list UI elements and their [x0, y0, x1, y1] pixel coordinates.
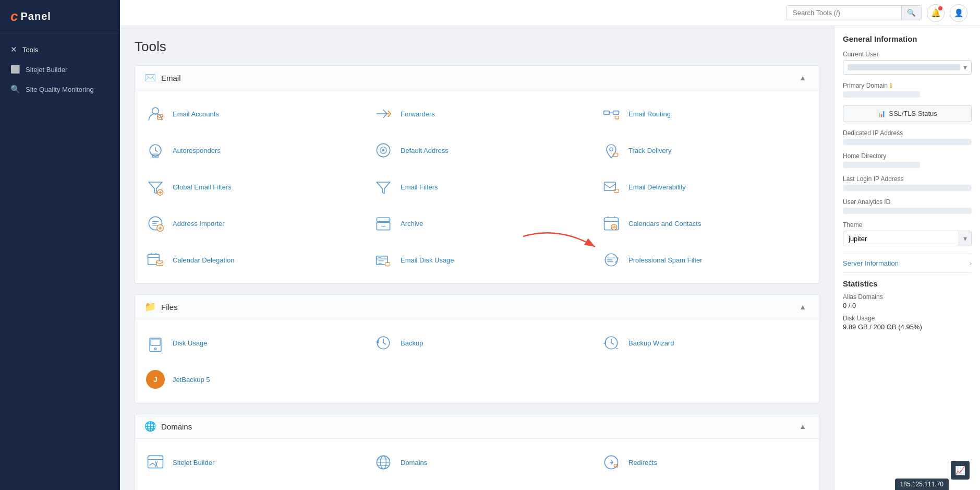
svg-point-9 [382, 149, 385, 152]
backup-icon [372, 332, 394, 354]
email-section: ✉️ Email ▲ [135, 65, 819, 284]
dynamic-dns-icon [372, 488, 394, 490]
analytics-id-value [843, 208, 972, 214]
files-collapse-button[interactable]: ▲ [796, 302, 809, 312]
tool-email-routing[interactable]: Email Routing [591, 95, 819, 132]
dedicated-ip-value [843, 139, 972, 145]
current-user-value [848, 64, 960, 70]
sidebar-item-tools[interactable]: ✕ Tools [0, 40, 120, 59]
disk-usage-stat: Disk Usage 9.89 GB / 200 GB (4.95%) [843, 315, 972, 331]
primary-domain-label: Primary Domain ℹ [843, 82, 972, 89]
sidebar-item-tools-label: Tools [22, 46, 38, 54]
jetbackup-label: JetBackup 5 [173, 376, 210, 384]
tool-calendar-delegation[interactable]: Calendar Delegation [135, 242, 363, 278]
tool-zone-editor[interactable]: Zone Editor [135, 481, 363, 490]
tool-dynamic-dns[interactable]: Dynamic DNS [363, 481, 591, 490]
notifications-button[interactable]: 🔔 [927, 4, 945, 22]
floating-analytics-button[interactable]: 📈 [951, 461, 970, 480]
primary-domain-value [843, 91, 920, 98]
home-dir-field: Home Directory [843, 152, 972, 168]
domains-icon [372, 451, 394, 473]
email-filters-icon [372, 176, 394, 198]
svg-rect-13 [604, 182, 616, 190]
sidebar-item-sitejet-label: Sitejet Builder [26, 66, 67, 74]
tool-email-filters[interactable]: Email Filters [363, 169, 591, 205]
tool-email-disk-usage[interactable]: Email Disk Usage [363, 242, 591, 278]
user-menu-button[interactable]: 👤 [950, 4, 967, 22]
domains-section-title: Domains [161, 422, 192, 431]
search-circle-icon: 🔍 [10, 85, 20, 94]
home-dir-value [843, 162, 920, 168]
email-disk-icon [372, 249, 394, 271]
user-dropdown-icon[interactable]: ▾ [963, 63, 967, 71]
tool-forwarders[interactable]: Forwarders [363, 95, 591, 132]
tool-backup-wizard[interactable]: Backup Wizard [591, 325, 819, 361]
tool-email-deliverability[interactable]: Email Deliverability [591, 169, 819, 205]
jetbackup-icon: J [144, 368, 166, 390]
sidebar-item-sitejet[interactable]: ⬜ Sitejet Builder [0, 59, 120, 79]
wrench-icon: ✕ [10, 45, 17, 54]
backup-wizard-icon [600, 332, 622, 354]
search-input[interactable] [787, 6, 901, 20]
theme-label: Theme [843, 221, 972, 229]
domains-section-icon: 🌐 [144, 421, 156, 432]
primary-domain-field: Primary Domain ℹ [843, 82, 972, 98]
topbar: 🔍 🔔 👤 [120, 0, 980, 26]
sitejet-icon [144, 451, 166, 473]
dedicated-ip-field: Dedicated IP Address [843, 129, 972, 145]
email-deliverability-icon [600, 176, 622, 198]
content: Tools ✉️ Email ▲ [120, 26, 834, 490]
spam-filter-label: Professional Spam Filter [628, 256, 703, 264]
tool-disk-usage[interactable]: Disk Usage [135, 325, 363, 361]
email-section-icon: ✉️ [144, 72, 156, 83]
svg-point-10 [610, 148, 613, 151]
tool-default-address[interactable]: Default Address [363, 132, 591, 169]
ssl-tls-button[interactable]: 📊 SSL/TLS Status [843, 105, 972, 122]
svg-rect-27 [150, 338, 161, 351]
server-info-row[interactable]: Server Information › [843, 254, 972, 272]
search-button[interactable]: 🔍 [901, 6, 921, 20]
email-section-title: Email [161, 74, 181, 82]
tool-calendars-contacts[interactable]: Calendars and Contacts [591, 205, 819, 242]
tool-domains[interactable]: Domains [363, 444, 591, 481]
tool-global-email-filters[interactable]: Global Email Filters [135, 169, 363, 205]
tool-address-importer[interactable]: Address Importer [135, 205, 363, 242]
sidebar-nav: ✕ Tools ⬜ Sitejet Builder 🔍 Site Quality… [0, 33, 120, 105]
dedicated-ip-label: Dedicated IP Address [843, 129, 972, 137]
email-section-header: ✉️ Email ▲ [135, 66, 819, 90]
domains-collapse-button[interactable]: ▲ [796, 421, 809, 432]
info-icon: ℹ [890, 82, 892, 89]
domains-section: 🌐 Domains ▲ [135, 414, 819, 490]
tool-redirects[interactable]: Redirects [591, 444, 819, 481]
svg-point-29 [154, 348, 156, 350]
autoresponders-icon [144, 139, 166, 161]
tool-email-accounts[interactable]: Email Accounts [135, 95, 363, 132]
alias-domains-value: 0 / 0 [843, 302, 972, 309]
tool-track-delivery[interactable]: Track Delivery [591, 132, 819, 169]
tool-autoresponders[interactable]: Autoresponders [135, 132, 363, 169]
sidebar-item-sqm-label: Site Quality Monitoring [26, 86, 94, 93]
sidebar-item-sqm[interactable]: 🔍 Site Quality Monitoring [0, 79, 120, 99]
track-delivery-label: Track Delivery [628, 147, 672, 154]
tool-jetbackup[interactable]: J JetBackup 5 [135, 361, 363, 398]
theme-select[interactable]: jupiter [843, 232, 959, 246]
disk-usage-icon [144, 332, 166, 354]
theme-field: Theme jupiter ▾ [843, 221, 972, 246]
address-importer-icon [144, 212, 166, 234]
email-accounts-label: Email Accounts [173, 110, 219, 118]
tool-archive[interactable]: Archive [363, 205, 591, 242]
email-routing-icon [600, 103, 622, 125]
chart-icon: 📈 [955, 465, 965, 475]
forwarders-label: Forwarders [401, 110, 435, 118]
current-user-field: Current User ▾ [843, 51, 972, 75]
tool-professional-spam[interactable]: Professional Spam Filter [591, 242, 819, 278]
email-collapse-button[interactable]: ▲ [796, 73, 809, 83]
calendars-icon [600, 212, 622, 234]
analytics-id-label: User Analytics ID [843, 198, 972, 206]
search-wrap: 🔍 [786, 5, 922, 20]
email-filters-label: Email Filters [401, 183, 438, 191]
ssl-chart-icon: 📊 [877, 110, 886, 117]
tool-backup[interactable]: Backup [363, 325, 591, 361]
ip-bar: 185.125.111.70 [895, 479, 949, 490]
tool-sitejet-builder[interactable]: Sitejet Builder [135, 444, 363, 481]
